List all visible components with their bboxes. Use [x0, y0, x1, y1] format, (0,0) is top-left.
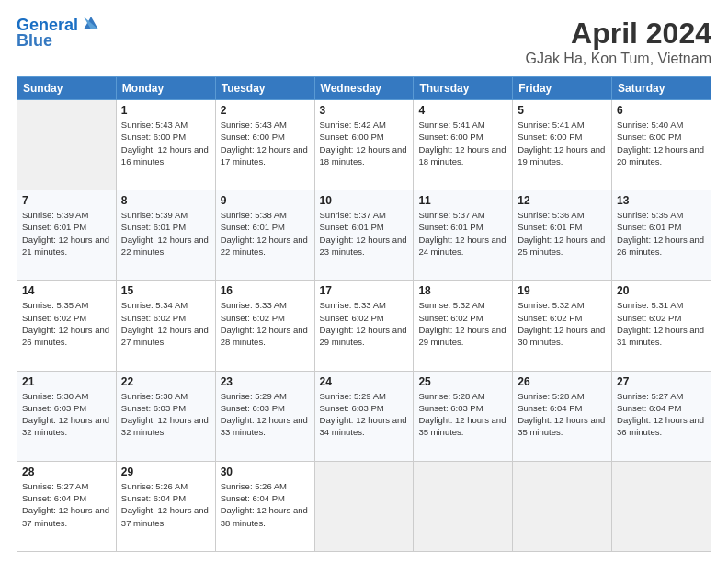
- day-info: Sunrise: 5:29 AMSunset: 6:03 PMDaylight:…: [221, 390, 310, 439]
- calendar-cell: 9Sunrise: 5:38 AMSunset: 6:01 PMDaylight…: [215, 190, 314, 281]
- calendar-cell: [414, 461, 513, 551]
- day-number: 30: [221, 465, 310, 478]
- day-number: 21: [22, 375, 111, 388]
- day-number: 28: [22, 465, 111, 478]
- day-info: Sunrise: 5:28 AMSunset: 6:03 PMDaylight:…: [418, 390, 507, 439]
- day-info: Sunrise: 5:34 AMSunset: 6:02 PMDaylight:…: [121, 299, 210, 348]
- day-info: Sunrise: 5:33 AMSunset: 6:02 PMDaylight:…: [320, 299, 409, 348]
- calendar-cell: [314, 461, 414, 551]
- weekday-header-tuesday: Tuesday: [215, 77, 314, 100]
- weekday-header-wednesday: Wednesday: [314, 77, 414, 100]
- day-info: Sunrise: 5:39 AMSunset: 6:01 PMDaylight:…: [22, 209, 111, 258]
- calendar-cell: 28Sunrise: 5:27 AMSunset: 6:04 PMDayligh…: [17, 461, 117, 551]
- calendar-cell: 24Sunrise: 5:29 AMSunset: 6:03 PMDayligh…: [314, 371, 414, 461]
- calendar-cell: 11Sunrise: 5:37 AMSunset: 6:01 PMDayligh…: [414, 190, 513, 281]
- day-number: 18: [418, 284, 507, 297]
- page: General Blue April 2024 GJak Ha, Kon Tum…: [0, 0, 728, 563]
- calendar-cell: 17Sunrise: 5:33 AMSunset: 6:02 PMDayligh…: [314, 281, 414, 371]
- day-number: 23: [221, 375, 310, 388]
- calendar-cell: 26Sunrise: 5:28 AMSunset: 6:04 PMDayligh…: [513, 371, 612, 461]
- day-info: Sunrise: 5:40 AMSunset: 6:00 PMDaylight:…: [617, 119, 706, 167]
- day-info: Sunrise: 5:39 AMSunset: 6:01 PMDaylight:…: [121, 209, 210, 258]
- day-info: Sunrise: 5:28 AMSunset: 6:04 PMDaylight:…: [518, 390, 607, 439]
- day-info: Sunrise: 5:26 AMSunset: 6:04 PMDaylight:…: [221, 480, 310, 529]
- calendar-cell: 3Sunrise: 5:42 AMSunset: 6:00 PMDaylight…: [314, 100, 414, 190]
- calendar-cell: 20Sunrise: 5:31 AMSunset: 6:02 PMDayligh…: [612, 281, 711, 371]
- calendar-cell: 5Sunrise: 5:41 AMSunset: 6:00 PMDaylight…: [513, 100, 612, 190]
- calendar-cell: 21Sunrise: 5:30 AMSunset: 6:03 PMDayligh…: [17, 371, 117, 461]
- calendar-cell: 23Sunrise: 5:29 AMSunset: 6:03 PMDayligh…: [215, 371, 314, 461]
- calendar-cell: 8Sunrise: 5:39 AMSunset: 6:01 PMDaylight…: [116, 190, 215, 281]
- day-number: 14: [22, 284, 111, 297]
- weekday-header-saturday: Saturday: [612, 77, 711, 100]
- day-number: 12: [518, 194, 607, 207]
- day-info: Sunrise: 5:37 AMSunset: 6:01 PMDaylight:…: [320, 209, 409, 258]
- day-number: 1: [121, 104, 210, 117]
- calendar-cell: 4Sunrise: 5:41 AMSunset: 6:00 PMDaylight…: [414, 100, 513, 190]
- day-info: Sunrise: 5:35 AMSunset: 6:02 PMDaylight:…: [22, 299, 111, 348]
- day-number: 17: [320, 284, 409, 297]
- calendar-cell: 14Sunrise: 5:35 AMSunset: 6:02 PMDayligh…: [17, 281, 117, 371]
- day-info: Sunrise: 5:38 AMSunset: 6:01 PMDaylight:…: [221, 209, 310, 258]
- calendar-cell: [513, 461, 612, 551]
- day-number: 8: [121, 194, 210, 207]
- day-info: Sunrise: 5:30 AMSunset: 6:03 PMDaylight:…: [121, 390, 210, 439]
- calendar-table: SundayMondayTuesdayWednesdayThursdayFrid…: [17, 76, 711, 552]
- calendar-cell: 16Sunrise: 5:33 AMSunset: 6:02 PMDayligh…: [215, 281, 314, 371]
- logo: General Blue: [17, 17, 102, 51]
- day-info: Sunrise: 5:32 AMSunset: 6:02 PMDaylight:…: [418, 299, 507, 348]
- header: General Blue April 2024 GJak Ha, Kon Tum…: [17, 17, 711, 67]
- calendar-cell: [17, 100, 117, 190]
- calendar-cell: 30Sunrise: 5:26 AMSunset: 6:04 PMDayligh…: [215, 461, 314, 551]
- weekday-header-friday: Friday: [513, 77, 612, 100]
- day-number: 4: [418, 104, 507, 117]
- day-info: Sunrise: 5:26 AMSunset: 6:04 PMDaylight:…: [121, 480, 210, 529]
- day-info: Sunrise: 5:31 AMSunset: 6:02 PMDaylight:…: [617, 299, 706, 348]
- day-number: 9: [221, 194, 310, 207]
- day-info: Sunrise: 5:32 AMSunset: 6:02 PMDaylight:…: [518, 299, 607, 348]
- day-info: Sunrise: 5:41 AMSunset: 6:00 PMDaylight:…: [418, 119, 507, 167]
- calendar-cell: 19Sunrise: 5:32 AMSunset: 6:02 PMDayligh…: [513, 281, 612, 371]
- weekday-header-monday: Monday: [116, 77, 215, 100]
- day-info: Sunrise: 5:43 AMSunset: 6:00 PMDaylight:…: [221, 119, 310, 167]
- calendar-cell: 2Sunrise: 5:43 AMSunset: 6:00 PMDaylight…: [215, 100, 314, 190]
- calendar-cell: 25Sunrise: 5:28 AMSunset: 6:03 PMDayligh…: [414, 371, 513, 461]
- day-number: 16: [221, 284, 310, 297]
- day-number: 2: [221, 104, 310, 117]
- day-number: 6: [617, 104, 706, 117]
- day-info: Sunrise: 5:33 AMSunset: 6:02 PMDaylight:…: [221, 299, 310, 348]
- day-info: Sunrise: 5:37 AMSunset: 6:01 PMDaylight:…: [418, 209, 507, 258]
- week-row-3: 14Sunrise: 5:35 AMSunset: 6:02 PMDayligh…: [17, 281, 711, 371]
- weekday-header-sunday: Sunday: [17, 77, 117, 100]
- calendar-cell: 1Sunrise: 5:43 AMSunset: 6:00 PMDaylight…: [116, 100, 215, 190]
- calendar-cell: 13Sunrise: 5:35 AMSunset: 6:01 PMDayligh…: [612, 190, 711, 281]
- day-number: 24: [320, 375, 409, 388]
- week-row-5: 28Sunrise: 5:27 AMSunset: 6:04 PMDayligh…: [17, 461, 711, 551]
- title-block: April 2024 GJak Ha, Kon Tum, Vietnam: [526, 17, 711, 67]
- day-info: Sunrise: 5:27 AMSunset: 6:04 PMDaylight:…: [617, 390, 706, 439]
- calendar-cell: 18Sunrise: 5:32 AMSunset: 6:02 PMDayligh…: [414, 281, 513, 371]
- calendar-title: April 2024: [526, 17, 711, 51]
- weekday-header-thursday: Thursday: [414, 77, 513, 100]
- day-info: Sunrise: 5:42 AMSunset: 6:00 PMDaylight:…: [320, 119, 409, 167]
- calendar-cell: 22Sunrise: 5:30 AMSunset: 6:03 PMDayligh…: [116, 371, 215, 461]
- day-number: 27: [617, 375, 706, 388]
- day-number: 15: [121, 284, 210, 297]
- calendar-cell: 7Sunrise: 5:39 AMSunset: 6:01 PMDaylight…: [17, 190, 117, 281]
- calendar-cell: 10Sunrise: 5:37 AMSunset: 6:01 PMDayligh…: [314, 190, 414, 281]
- calendar-cell: [612, 461, 711, 551]
- day-info: Sunrise: 5:35 AMSunset: 6:01 PMDaylight:…: [617, 209, 706, 258]
- week-row-2: 7Sunrise: 5:39 AMSunset: 6:01 PMDaylight…: [17, 190, 711, 281]
- day-info: Sunrise: 5:29 AMSunset: 6:03 PMDaylight:…: [320, 390, 409, 439]
- day-number: 26: [518, 375, 607, 388]
- day-number: 25: [418, 375, 507, 388]
- weekday-header-row: SundayMondayTuesdayWednesdayThursdayFrid…: [17, 77, 711, 100]
- calendar-cell: 15Sunrise: 5:34 AMSunset: 6:02 PMDayligh…: [116, 281, 215, 371]
- week-row-4: 21Sunrise: 5:30 AMSunset: 6:03 PMDayligh…: [17, 371, 711, 461]
- day-number: 20: [617, 284, 706, 297]
- day-number: 13: [617, 194, 706, 207]
- day-info: Sunrise: 5:36 AMSunset: 6:01 PMDaylight:…: [518, 209, 607, 258]
- day-number: 10: [320, 194, 409, 207]
- day-number: 11: [418, 194, 507, 207]
- day-number: 3: [320, 104, 409, 117]
